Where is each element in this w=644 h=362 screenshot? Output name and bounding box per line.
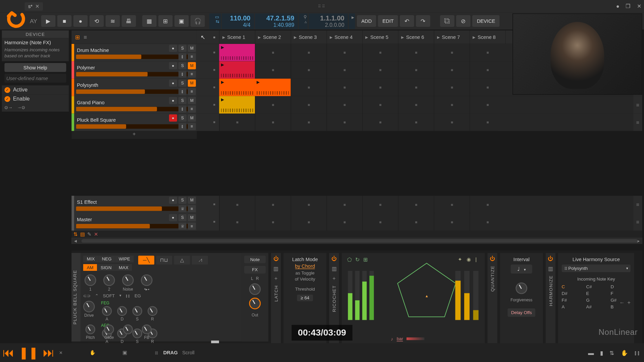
- track-stop[interactable]: ■: [209, 61, 219, 79]
- empty-clip-slot[interactable]: ■: [434, 79, 470, 96]
- empty-clip-slot[interactable]: ■: [326, 114, 362, 131]
- osc-mode-wipe[interactable]: WIPE: [115, 256, 133, 262]
- key-icon[interactable]: ǀ: [475, 256, 477, 262]
- solo-button[interactable]: S: [178, 97, 186, 104]
- solo-button[interactable]: S: [178, 114, 186, 121]
- power-icon[interactable]: ⏻: [331, 256, 337, 262]
- empty-clip-slot[interactable]: ■: [362, 61, 398, 79]
- center-icon[interactable]: ▣: [122, 350, 127, 355]
- empty-clip-slot[interactable]: ■: [470, 114, 505, 131]
- empty-clip-slot[interactable]: ■: [291, 213, 327, 231]
- empty-clip-slot[interactable]: ■: [255, 44, 291, 61]
- track-header[interactable]: Polymer●SM⫿≡: [74, 61, 197, 79]
- mute-button[interactable]: M: [188, 45, 196, 52]
- synth-knob[interactable]: [122, 275, 134, 286]
- route-out-icon[interactable]: →⊙: [17, 105, 25, 110]
- empty-clip-slot[interactable]: ■: [398, 79, 434, 96]
- record-arm[interactable]: ●: [169, 79, 177, 86]
- sweep-icon[interactable]: ⌃: [95, 293, 99, 298]
- global-stop[interactable]: ■: [209, 31, 219, 44]
- latch-mode-select[interactable]: by Chord: [295, 263, 315, 269]
- record-button[interactable]: ●: [73, 15, 88, 27]
- empty-clip-slot[interactable]: ■: [255, 61, 291, 79]
- clip[interactable]: ▶: [219, 44, 255, 61]
- synth-knob[interactable]: [141, 275, 153, 286]
- solo-button[interactable]: S: [178, 62, 186, 69]
- empty-clip-slot[interactable]: ■: [398, 213, 434, 231]
- empty-clip-slot[interactable]: ■: [362, 213, 398, 231]
- empty-clip-slot[interactable]: ■: [255, 96, 291, 114]
- scene-launcher[interactable]: ▶Scene 6: [398, 31, 434, 44]
- solo-button[interactable]: S: [178, 79, 186, 86]
- empty-clip-slot[interactable]: ■: [291, 196, 327, 213]
- empty-clip-slot[interactable]: ■: [326, 196, 362, 213]
- pan-knob[interactable]: [249, 283, 261, 295]
- empty-clip-slot[interactable]: ■: [398, 61, 434, 79]
- hand-tool-icon[interactable]: ✋: [90, 350, 96, 355]
- automation-write-icon[interactable]: ⟲: [90, 15, 104, 27]
- empty-clip-slot[interactable]: ■: [434, 114, 470, 131]
- next-track-button[interactable]: ⏭: [43, 346, 55, 359]
- empty-clip-slot[interactable]: ■: [291, 96, 327, 114]
- scene-launcher[interactable]: ▶Scene 2: [255, 31, 291, 44]
- printer-icon[interactable]: 🖶: [122, 15, 136, 27]
- synth-knob[interactable]: [85, 275, 96, 286]
- interval-select[interactable]: ♩ ▾: [511, 264, 532, 274]
- wave-saw-icon[interactable]: ─╲: [138, 256, 154, 265]
- meter-icon[interactable]: ⫿: [178, 106, 186, 113]
- solo-button[interactable]: S: [178, 45, 186, 52]
- add-box-icon[interactable]: ⊞: [158, 15, 173, 27]
- record-arm[interactable]: ●: [169, 114, 177, 121]
- note-key[interactable]: C#: [586, 284, 606, 289]
- track-stop[interactable]: ■: [209, 79, 219, 96]
- scene-launcher[interactable]: ▶Scene 5: [362, 31, 398, 44]
- track-stop[interactable]: ■: [209, 44, 219, 61]
- note-key[interactable]: C: [562, 284, 582, 289]
- empty-clip-slot[interactable]: ■: [291, 79, 327, 96]
- empty-clip-slot[interactable]: ■: [219, 213, 255, 231]
- horizontal-scrollbar[interactable]: ◂ ▸: [71, 238, 642, 244]
- empty-clip-slot[interactable]: ■: [362, 114, 398, 131]
- bar-label[interactable]: bar: [397, 336, 403, 342]
- empty-clip-slot[interactable]: ■: [470, 79, 505, 96]
- columns-icon[interactable]: ⫼: [154, 350, 159, 355]
- note-key[interactable]: F#: [562, 298, 582, 303]
- track-header[interactable]: Drum Machine●SM⫿≡: [74, 44, 197, 61]
- power-icon[interactable]: ⏻: [273, 256, 279, 262]
- osc-mode-mix[interactable]: MIX: [83, 256, 98, 262]
- record-arm[interactable]: ●: [169, 62, 177, 69]
- delay-offs-button[interactable]: Delay Offs: [507, 308, 535, 317]
- target-icon[interactable]: ◉: [467, 256, 471, 262]
- note-key[interactable]: G: [586, 298, 606, 303]
- empty-clip-slot[interactable]: ■: [398, 44, 434, 61]
- close-tab-icon[interactable]: ✕: [35, 3, 39, 9]
- empty-clip-slot[interactable]: ■: [291, 44, 327, 61]
- track-stop[interactable]: ■: [209, 96, 219, 114]
- forgiveness-knob[interactable]: [516, 283, 527, 294]
- grid-view-icon[interactable]: ⊞: [75, 34, 80, 41]
- restore-icon[interactable]: ❐: [626, 3, 631, 9]
- harm-add-icon[interactable]: +: [628, 299, 631, 306]
- threshold-value[interactable]: ≥ 64: [297, 295, 313, 301]
- meter-icon[interactable]: ⫿: [178, 53, 186, 60]
- meter-icon[interactable]: ⫿: [178, 88, 186, 95]
- record-arm[interactable]: ●: [169, 45, 177, 52]
- empty-clip-slot[interactable]: ■: [434, 196, 470, 213]
- active-toggle[interactable]: ✓ Active: [2, 85, 69, 95]
- hand-icon[interactable]: ✋: [621, 349, 628, 356]
- arranger-icon[interactable]: ▦: [142, 15, 157, 27]
- meter-icon[interactable]: ⫿: [178, 123, 186, 130]
- track-header[interactable]: Grand Piano●SM⫿≡: [74, 96, 197, 114]
- scene-launcher[interactable]: ▶Scene 4: [326, 31, 362, 44]
- empty-clip-slot[interactable]: ■: [398, 196, 434, 213]
- note-key[interactable]: A: [562, 304, 582, 309]
- wave-tri-icon[interactable]: △: [174, 256, 190, 265]
- track-stop[interactable]: ■: [209, 213, 219, 231]
- layers-icon[interactable]: ≋: [106, 15, 120, 27]
- eg-icon[interactable]: EG: [135, 293, 141, 298]
- scene-launcher[interactable]: ▶Scene 7: [434, 31, 470, 44]
- tune-icon[interactable]: ⫿⫿: [125, 293, 130, 298]
- empty-clip-slot[interactable]: ■: [326, 44, 362, 61]
- clip-box-icon[interactable]: ▣: [174, 15, 189, 27]
- add-button[interactable]: ADD: [357, 15, 376, 27]
